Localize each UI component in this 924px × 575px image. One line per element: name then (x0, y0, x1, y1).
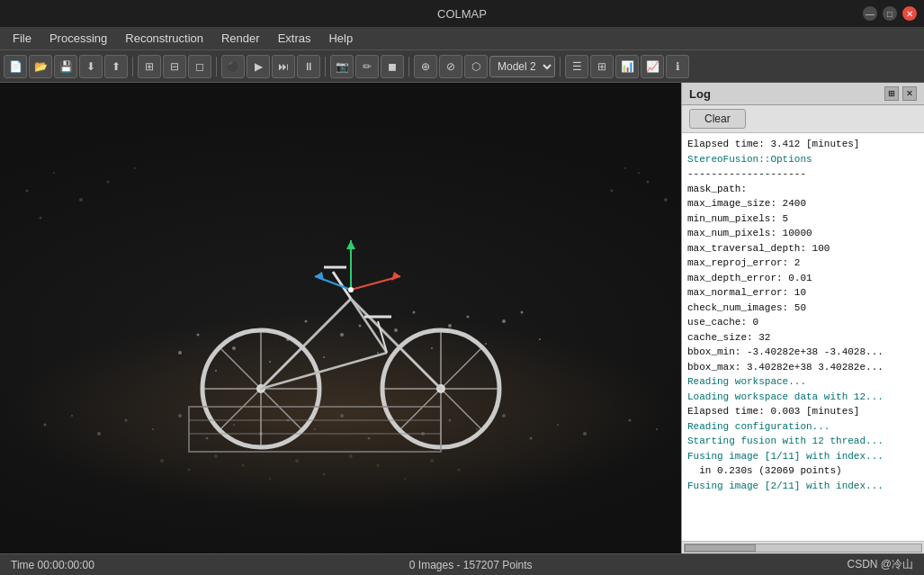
tb-save[interactable]: 💾 (54, 55, 77, 78)
window-controls: — □ ✕ (863, 6, 917, 21)
minimize-button[interactable]: — (863, 6, 877, 21)
status-time: Time 00:00:00:00 (11, 559, 94, 571)
log-toolbar: Clear (682, 105, 924, 133)
viewport-canvas (0, 83, 681, 553)
log-header: Log ⊞ ✕ (682, 83, 924, 105)
tb-pts[interactable]: ⊕ (414, 55, 437, 78)
tb-sep-2 (216, 57, 217, 76)
hscroll-track[interactable] (684, 544, 922, 553)
tb-cam[interactable]: 📷 (330, 55, 354, 78)
close-button[interactable]: ✕ (902, 6, 917, 21)
tb-mask[interactable]: ◼ (381, 55, 404, 78)
tb-pencil[interactable]: ✏ (355, 55, 379, 78)
tb-view3[interactable]: ◻ (188, 55, 211, 78)
tb-export[interactable]: ⬆ (104, 55, 128, 78)
menu-extras[interactable]: Extras (269, 29, 320, 48)
status-watermark: CSDN @冷山 (847, 557, 913, 572)
log-content[interactable]: Elapsed time: 3.412 [minutes]StereoFusio… (682, 133, 924, 541)
tb-sep-4 (408, 57, 409, 76)
tb-mesh[interactable]: ⊘ (439, 55, 462, 78)
tb-bar[interactable]: 📊 (615, 55, 639, 78)
tb-open[interactable]: 📂 (29, 55, 52, 78)
tb-next[interactable]: ⏭ (272, 55, 295, 78)
menu-file[interactable]: File (4, 29, 40, 48)
log-horizontal-scrollbar[interactable] (682, 541, 924, 553)
menu-render[interactable]: Render (212, 29, 269, 48)
tb-sep-5 (560, 57, 561, 76)
log-header-controls: ⊞ ✕ (884, 86, 917, 101)
tb-sep-3 (325, 57, 326, 76)
log-float-button[interactable]: ⊞ (884, 86, 899, 101)
tb-prev[interactable]: ⚫ (221, 55, 245, 78)
clear-button[interactable]: Clear (689, 109, 746, 129)
status-bar: Time 00:00:00:00 0 Images - 157207 Point… (0, 553, 924, 575)
tb-grid[interactable]: ⊞ (590, 55, 614, 78)
tb-new[interactable]: 📄 (4, 55, 27, 78)
hscroll-thumb[interactable] (685, 544, 756, 552)
app-title: COLMAP (437, 7, 487, 21)
log-panel: Log ⊞ ✕ Clear Elapsed time: 3.412 [minut… (681, 83, 924, 553)
status-info: 0 Images - 157207 Points (409, 559, 533, 571)
title-bar: COLMAP — □ ✕ (0, 0, 924, 27)
tb-pause[interactable]: ⏸ (297, 55, 320, 78)
tb-stat[interactable]: 📈 (641, 55, 664, 78)
model-select[interactable]: Model 2 Model 1 Model 3 (489, 56, 555, 77)
tb-tex[interactable]: ⬡ (464, 55, 488, 78)
tb-list[interactable]: ☰ (565, 55, 588, 78)
toolbar: 📄 📂 💾 ⬇ ⬆ ⊞ ⊟ ◻ ⚫ ▶ ⏭ ⏸ 📷 ✏ ◼ ⊕ ⊘ ⬡ Mode… (0, 50, 924, 83)
tb-play[interactable]: ▶ (247, 55, 270, 78)
log-title: Log (689, 87, 711, 101)
menu-processing[interactable]: Processing (40, 29, 116, 48)
tb-view2[interactable]: ⊟ (163, 55, 186, 78)
viewport[interactable] (0, 83, 681, 553)
tb-sep-1 (132, 57, 133, 76)
point-cloud-background (0, 83, 681, 553)
menu-bar: File Processing Reconstruction Render Ex… (0, 27, 924, 50)
tb-info[interactable]: ℹ (666, 55, 689, 78)
menu-reconstruction[interactable]: Reconstruction (116, 29, 212, 48)
main-area: Log ⊞ ✕ Clear Elapsed time: 3.412 [minut… (0, 83, 924, 553)
menu-help[interactable]: Help (319, 29, 362, 48)
tb-import[interactable]: ⬇ (79, 55, 103, 78)
maximize-button[interactable]: □ (883, 6, 897, 21)
tb-view1[interactable]: ⊞ (138, 55, 161, 78)
log-close-button[interactable]: ✕ (902, 86, 917, 101)
